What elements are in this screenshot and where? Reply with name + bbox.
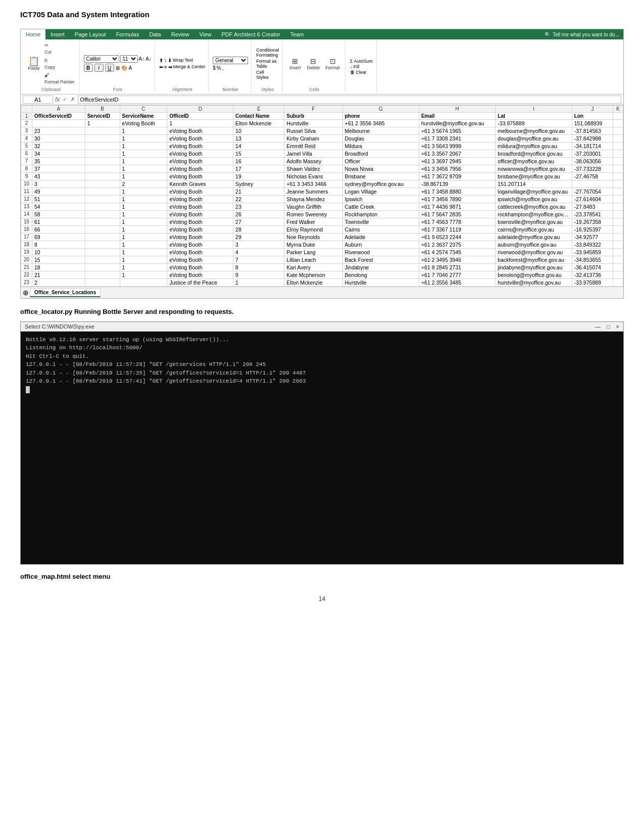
cell[interactable]: +61 3 3697 2945 (419, 157, 495, 165)
increase-decimal-icon[interactable]: , (222, 65, 224, 71)
cell[interactable]: +61 2 3556 3485 (419, 279, 495, 286)
cell[interactable]: eVoting Booth (167, 241, 233, 248)
cell[interactable]: 14 (233, 142, 284, 150)
cell[interactable] (85, 256, 120, 263)
cell[interactable]: 16 (233, 157, 284, 165)
cell[interactable]: -33.975889 (572, 279, 613, 286)
tab-data[interactable]: Data (144, 29, 166, 39)
cell[interactable]: eVoting Booth (167, 142, 233, 150)
cell[interactable]: +61 3 3456 7956 (419, 165, 495, 172)
cell[interactable]: 8 (233, 263, 284, 271)
fill-button[interactable]: ↓ Fill (350, 64, 373, 69)
cell[interactable]: 19 (233, 172, 284, 180)
cell[interactable]: eVoting Booth (167, 134, 233, 142)
cell[interactable]: Romeo Sweeney (284, 210, 342, 218)
cell[interactable] (120, 279, 167, 286)
underline-button[interactable]: U (105, 64, 114, 72)
cell[interactable]: 49 (32, 188, 85, 195)
cell[interactable]: +61 7 3456 7890 (419, 195, 495, 203)
cell[interactable]: Douglas (342, 134, 419, 142)
cell[interactable]: townsville@myoffice.gov.au (496, 218, 572, 225)
cell[interactable]: loganvillage@myoffice.gov.au (496, 188, 572, 195)
tab-home[interactable]: Home (21, 29, 45, 39)
cell[interactable]: +61 3 5674 1965 (419, 127, 495, 134)
cell[interactable]: Myrna Duke (284, 241, 342, 248)
cell[interactable]: 1 (120, 142, 167, 150)
cell[interactable]: +61 2 3637 2375 (419, 241, 495, 248)
cell[interactable]: eVoting Booth (167, 165, 233, 172)
cell[interactable]: officer@myoffice.gov.au (496, 157, 572, 165)
cell[interactable]: Vaughn Griffith (284, 203, 342, 210)
format-button[interactable]: ⊡ Format (323, 56, 342, 71)
cell[interactable]: mildura@myoffice.gov.au (496, 142, 572, 150)
cell[interactable]: +61 7 4563 7778 (419, 218, 495, 225)
border-icon[interactable]: ⊞ (116, 65, 120, 71)
tab-view[interactable]: View (194, 29, 217, 39)
clear-button[interactable]: 🗑 Clear (350, 70, 373, 75)
cell[interactable]: 21 (32, 271, 85, 279)
formula-input[interactable] (78, 96, 621, 104)
cell[interactable]: Kari Avery (284, 263, 342, 271)
cell[interactable]: Elton Mckenzie (284, 279, 342, 286)
cell[interactable]: sydney@myoffice.gov.au (342, 180, 419, 188)
maximize-button[interactable]: □ (607, 323, 610, 330)
cell[interactable]: 1 (120, 165, 167, 172)
cell[interactable]: 1 (120, 188, 167, 195)
header-b[interactable]: ServiceID (85, 112, 120, 119)
cell[interactable]: Shayna Mendez (284, 195, 342, 203)
wrap-text-button[interactable]: Wrap Text (173, 58, 193, 63)
cell[interactable]: 1 (120, 203, 167, 210)
cell[interactable]: 17 (233, 165, 284, 172)
cell[interactable]: eVoting Booth (167, 150, 233, 157)
cell[interactable]: Benolong (342, 271, 419, 279)
cell[interactable]: 30 (32, 134, 85, 142)
align-right-icon[interactable]: ➡ (168, 64, 172, 70)
cell[interactable]: nowanowa@myoffice.gov.au (496, 165, 572, 172)
name-box[interactable] (23, 96, 53, 104)
cell[interactable]: eVoting Booth (167, 263, 233, 271)
cell[interactable]: -32.413736 (572, 271, 613, 279)
cell[interactable]: +61 2 3556 3485 (342, 119, 419, 127)
cell[interactable]: Nowa Nowa (342, 165, 419, 172)
cell[interactable]: 34 (32, 150, 85, 157)
cell[interactable]: 54 (32, 203, 85, 210)
cell[interactable]: Townsville (342, 218, 419, 225)
cell[interactable] (85, 157, 120, 165)
cell[interactable]: 32 (32, 142, 85, 150)
cell[interactable]: Jeanne Summers (284, 188, 342, 195)
cell[interactable]: 1 (120, 218, 167, 225)
cell[interactable]: +61 9 6523 2244 (419, 233, 495, 241)
cell[interactable]: 7 (233, 256, 284, 263)
cell[interactable]: 27 (233, 218, 284, 225)
cell[interactable]: 66 (32, 225, 85, 233)
italic-button[interactable]: I (94, 64, 104, 72)
cell[interactable]: eVoting Booth (167, 233, 233, 241)
cell[interactable]: 58 (32, 210, 85, 218)
cell[interactable]: adelaide@myoffice.gov.au (496, 233, 572, 241)
cell[interactable]: 1 (120, 248, 167, 256)
cell[interactable]: douglas@myoffice.gov.au (496, 134, 572, 142)
cell[interactable]: eVoting Booth (167, 210, 233, 218)
cell[interactable]: 51 (32, 195, 85, 203)
cell[interactable]: 1 (85, 119, 120, 127)
cell[interactable] (85, 233, 120, 241)
cell[interactable]: -16.925397 (572, 225, 613, 233)
copy-button[interactable]: ⎘ Copy (43, 57, 76, 71)
cell[interactable]: Emmitt Reid (284, 142, 342, 150)
cell[interactable] (572, 180, 613, 188)
cell[interactable] (85, 263, 120, 271)
cell[interactable]: Hurstville (284, 119, 342, 127)
cell[interactable]: eVoting Booth (167, 195, 233, 203)
cell[interactable]: 37 (32, 165, 85, 172)
cell[interactable]: -37.842988 (572, 134, 613, 142)
add-sheet-icon[interactable]: ⊕ (23, 289, 29, 297)
cell[interactable]: 1 (120, 134, 167, 142)
cell[interactable]: -34.92577 (572, 233, 613, 241)
number-format-select[interactable]: General (213, 57, 248, 64)
cell[interactable]: Kennith Graves (167, 180, 233, 188)
cell[interactable]: +61 3 5643 9999 (419, 142, 495, 150)
cell[interactable]: +61 7 5647 2835 (419, 210, 495, 218)
cell[interactable]: Kirby Graham (284, 134, 342, 142)
cell[interactable]: Cattle Creek (342, 203, 419, 210)
cell[interactable]: broadford@myoffice.gov.au (496, 150, 572, 157)
